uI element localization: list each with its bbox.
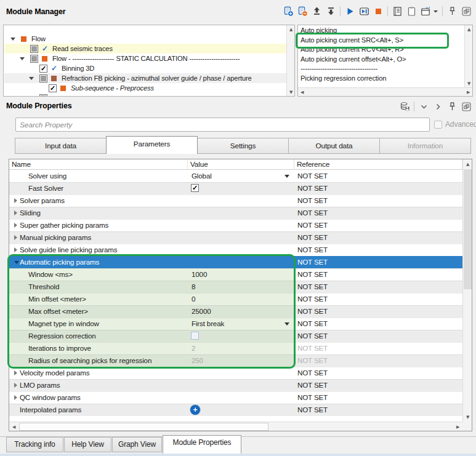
column-header-reference[interactable]: Reference (294, 159, 462, 170)
table-row[interactable]: QC window paramsNOT SET (9, 391, 462, 404)
advanced-checkbox[interactable] (434, 121, 442, 129)
tab-information[interactable]: Information (379, 138, 471, 154)
table-row[interactable]: LMO paramsNOT SET (9, 379, 462, 391)
scroll-down-icon[interactable]: ▼ (463, 413, 472, 421)
list-vertical-scrollbar[interactable]: ▲ ▼ (464, 25, 472, 87)
value-dropdown[interactable]: Global (192, 170, 212, 182)
table-row[interactable]: Magnet type in windowFirst breakNOT SET (9, 318, 462, 330)
scroll-up-icon[interactable]: ▲ (463, 160, 472, 168)
expand-arrow-icon[interactable] (14, 235, 17, 240)
table-row[interactable]: Regression correctionNOT SET (9, 330, 462, 342)
table-row[interactable]: SlidingNOT SET (9, 207, 462, 219)
dropdown-caret-icon[interactable] (284, 322, 289, 326)
table-row[interactable]: Window <ms>1000NOT SET (9, 268, 462, 281)
column-header-value[interactable]: Value (188, 159, 294, 170)
table-row[interactable]: Min offset <meter>0NOT SET (9, 293, 462, 305)
table-row[interactable]: Manual picking paramsNOT SET (9, 231, 462, 244)
import-flow-button[interactable] (310, 4, 323, 18)
tree-checkbox[interactable] (30, 45, 42, 53)
value-checkbox[interactable] (191, 332, 199, 340)
action-list-item[interactable]: Auto picking current SRC<Alt+, S> (298, 36, 463, 45)
remove-module-button[interactable] (296, 4, 309, 18)
float-button[interactable] (459, 100, 473, 113)
scroll-up-icon[interactable]: ▲ (287, 25, 295, 33)
collapse-arrow-icon[interactable] (14, 261, 19, 264)
scroll-left-icon[interactable]: ◀ (10, 423, 18, 431)
table-row[interactable]: Max offset <meter>25000NOT SET (9, 305, 462, 318)
scrollbar-thumb[interactable] (19, 423, 268, 431)
tree-checkbox[interactable]: ✓ (49, 84, 60, 92)
scroll-right-icon[interactable]: ▶ (454, 423, 462, 431)
tree-row[interactable]: Flow (4, 34, 286, 44)
expander-icon[interactable] (10, 38, 21, 41)
tab-output-data[interactable]: Output data (288, 138, 380, 154)
tree-row[interactable]: ✓Read seismic traces (4, 44, 286, 54)
float-button[interactable] (459, 4, 473, 18)
action-list-item[interactable]: Auto picking current RCV<Alt+, R> (298, 45, 463, 54)
table-row[interactable]: Solver usingGlobalNOT SET (9, 170, 462, 182)
dropdown-caret-icon[interactable] (284, 175, 289, 178)
property-search-input[interactable] (15, 118, 430, 132)
action-list-item[interactable]: ----------------------------------- (298, 64, 463, 73)
tree-checkbox[interactable]: ✓ (39, 65, 51, 73)
table-row[interactable]: Interpolated params+NOT SET (9, 404, 462, 416)
table-row[interactable]: Super gather picking paramsNOT SET (9, 219, 462, 231)
action-list-item[interactable]: ----------------------------------- (298, 83, 463, 87)
tree-checkbox[interactable] (30, 55, 42, 63)
tree-row[interactable]: Refraction FB picking - azimuthal solver… (4, 73, 286, 83)
expand-arrow-icon[interactable] (14, 370, 17, 375)
expand-arrow-icon[interactable] (14, 395, 17, 400)
add-module-button[interactable] (281, 4, 295, 18)
scroll-down-icon[interactable]: ▼ (465, 79, 473, 87)
table-row[interactable]: Velocity model paramsNOT SET (9, 367, 462, 379)
expand-all-button[interactable] (431, 100, 445, 113)
bottom-tab-help-view[interactable]: Help View (64, 437, 111, 452)
table-horizontal-scrollbar[interactable]: ◀ ▶ (9, 422, 462, 431)
table-row[interactable]: Fast Solver✓NOT SET (9, 182, 462, 194)
tree-checkbox[interactable] (39, 94, 51, 97)
scroll-left-icon[interactable]: ◀ (298, 88, 306, 96)
expand-arrow-icon[interactable] (14, 223, 17, 228)
table-row[interactable]: Iterations to improve2NOT SET (9, 342, 462, 354)
add-parameter-button[interactable]: + (190, 405, 200, 415)
tab-parameters[interactable]: Parameters (106, 136, 198, 154)
tree-row[interactable]: ✓✓Binning 3D (4, 63, 286, 73)
action-list-item[interactable]: Auto picking current offset<Alt+, O> (298, 55, 463, 64)
run-button[interactable] (343, 4, 357, 18)
column-header-name[interactable]: Name (9, 159, 188, 170)
table-row[interactable]: Solve guide line picking paramsNOT SET (9, 244, 462, 256)
table-row[interactable]: Automatic picking paramsNOT SET (9, 256, 462, 268)
scroll-right-icon[interactable]: ▶ (464, 88, 472, 96)
new-window-button[interactable] (419, 4, 432, 18)
tab-input-data[interactable]: Input data (15, 138, 107, 154)
scroll-down-icon[interactable]: ▼ (287, 88, 295, 96)
value-dropdown[interactable]: First break (192, 318, 224, 329)
expander-icon[interactable] (20, 57, 30, 60)
expand-arrow-icon[interactable] (14, 383, 17, 388)
export-flow-button[interactable] (324, 4, 337, 18)
tree-row[interactable]: Flow - ------------------- STATIC CALCUL… (4, 54, 286, 63)
expand-arrow-icon[interactable] (14, 247, 17, 252)
expand-arrow-icon[interactable] (14, 210, 17, 215)
new-window-dropdown[interactable] (433, 4, 440, 18)
run-flow-button[interactable] (357, 4, 371, 18)
action-list-item[interactable]: Picking regression correction (298, 74, 463, 83)
bottom-tab-tracking-info[interactable]: Tracking info (6, 437, 63, 452)
table-row[interactable]: Threshold8NOT SET (9, 281, 462, 293)
clipboard-button[interactable] (405, 4, 418, 18)
tab-settings[interactable]: Settings (197, 138, 289, 154)
tree-vertical-scrollbar[interactable]: ▲ ▼ (286, 25, 294, 96)
pin-button[interactable] (445, 100, 459, 113)
tree-row[interactable]: ✓Sub-sequence - Preprocess (4, 83, 286, 93)
list-horizontal-scrollbar[interactable]: ◀ ▶ (298, 87, 472, 96)
pin-button[interactable] (445, 4, 459, 18)
bottom-tab-module-properties[interactable]: Module Properties (163, 435, 241, 454)
table-vertical-scrollbar[interactable]: ▲ ▼ (462, 159, 472, 422)
log-view-button[interactable] (390, 4, 404, 18)
action-list-item[interactable]: Auto picking (298, 26, 463, 35)
stop-button[interactable] (371, 4, 385, 18)
collapse-all-button[interactable] (417, 100, 430, 113)
expander-icon[interactable] (29, 77, 39, 80)
save-properties-button[interactable] (398, 100, 411, 113)
expand-arrow-icon[interactable] (14, 198, 17, 203)
